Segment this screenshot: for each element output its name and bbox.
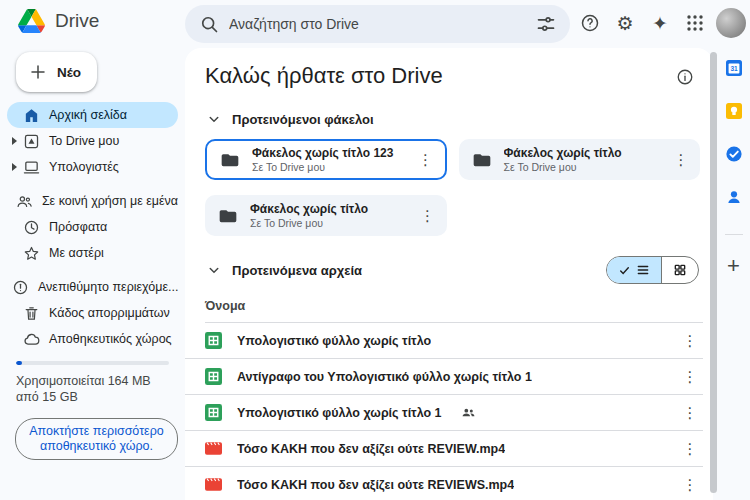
search-input[interactable]: [229, 16, 526, 32]
calendar-button[interactable]: 31: [726, 60, 742, 76]
expand-arrow-icon[interactable]: [12, 137, 23, 145]
contacts-icon: [726, 189, 742, 205]
sidebar-item-storage[interactable]: Αποθηκευτικός χώρος: [7, 326, 178, 352]
right-side-panel: 31 +: [717, 48, 750, 500]
tasks-button[interactable]: [726, 146, 742, 162]
gemini-sparkle-icon: ✦: [652, 14, 668, 33]
my-drive-icon: [23, 133, 40, 150]
sidebar-item-label: Πρόσφατα: [49, 220, 107, 234]
home-icon: [23, 107, 40, 124]
sidebar-item-label: Το Drive μου: [49, 134, 119, 148]
new-button[interactable]: Νέο: [16, 52, 97, 92]
list-view-button[interactable]: [607, 257, 662, 283]
nav-group-shared: Σε κοινή χρήση με εμένα Πρόσφατα Με αστέ…: [0, 188, 185, 266]
more-options-button[interactable]: ⋮: [677, 400, 703, 426]
file-row[interactable]: Υπολογιστικό φύλλο χωρίς τίτλο 1 ⋮: [185, 395, 703, 431]
settings-gear-icon: ⚙: [616, 14, 633, 33]
folder-card[interactable]: Φάκελος χωρίς τίτλο 123 Σε Το Drive μου …: [205, 139, 447, 180]
storage-total-text: από 15 GB: [16, 389, 169, 405]
more-options-button[interactable]: ⋮: [415, 203, 441, 229]
gemini-button[interactable]: ✦: [646, 9, 674, 37]
file-row[interactable]: Τόσο ΚΑΚΗ που δεν αξίζει ούτε REVIEW.mp4…: [185, 431, 703, 467]
sidebar-item-my-drive[interactable]: Το Drive μου: [7, 128, 178, 154]
collapse-folders-button[interactable]: [205, 110, 223, 128]
more-options-button[interactable]: ⋮: [677, 436, 703, 462]
vertical-scrollbar[interactable]: [710, 52, 717, 493]
suggested-folders-header: Προτεινόμενοι φάκελοι: [185, 110, 713, 128]
suggested-files-title: Προτεινόμενα αρχεία: [232, 263, 362, 278]
sidebar-item-shared-with-me[interactable]: Σε κοινή χρήση με εμένα: [7, 188, 178, 214]
search-icon: [199, 14, 219, 34]
get-addons-plus-icon: +: [727, 253, 740, 278]
more-options-button[interactable]: ⋮: [677, 364, 703, 390]
suggested-files-list: Υπολογιστικό φύλλο χωρίς τίτλο ⋮ Αντίγρα…: [185, 323, 713, 500]
storage-used-text: Χρησιμοποιείται 164 MB: [16, 373, 169, 389]
grid-view-icon: [673, 263, 687, 277]
sidebar-item-trash[interactable]: Κάδος απορριμμάτων: [7, 300, 178, 326]
chevron-down-icon: [205, 261, 223, 279]
search-bar[interactable]: [185, 5, 570, 43]
spreadsheet-file-icon: [205, 404, 222, 421]
file-row[interactable]: Αντίγραφο του Υπολογιστικό φύλλο χωρίς τ…: [185, 359, 703, 395]
file-name: Τόσο ΚΑΚΗ που δεν αξίζει ούτε REVIEWS.mp…: [237, 478, 514, 492]
sidebar-item-spam[interactable]: Ανεπιθύμητο περιεχόμε...: [7, 274, 178, 300]
more-options-button[interactable]: ⋮: [677, 328, 703, 354]
sidebar-nav: Αρχική σελίδα Το Drive μου Υπολογιστές: [0, 102, 185, 352]
shared-people-icon: [461, 405, 476, 420]
more-options-button[interactable]: ⋮: [413, 147, 439, 173]
apps-grid-button[interactable]: [681, 9, 709, 37]
more-options-button[interactable]: ⋮: [668, 147, 694, 173]
keep-button[interactable]: [726, 103, 742, 119]
account-avatar[interactable]: [716, 8, 746, 38]
sidebar-item-label: Σε κοινή χρήση με εμένα: [42, 194, 178, 208]
contacts-button[interactable]: [726, 189, 742, 205]
storage-progress-fill: [16, 361, 22, 365]
sidebar-item-label: Με αστέρι: [49, 246, 104, 260]
video-file-icon: [205, 476, 222, 493]
file-name: Τόσο ΚΑΚΗ που δεν αξίζει ούτε REVIEW.mp4: [237, 442, 505, 456]
cloud-storage-icon: [23, 331, 40, 348]
keep-icon: [726, 103, 742, 119]
suggested-files-header: Προτεινόμενα αρχεία: [185, 256, 713, 284]
grid-view-button[interactable]: [662, 257, 698, 283]
calendar-icon: 31: [726, 60, 742, 76]
help-icon: [580, 13, 600, 33]
storage-progress-bar: [16, 361, 169, 365]
folder-card[interactable]: Φάκελος χωρίς τίτλο Σε Το Drive μου ⋮: [459, 139, 701, 180]
sidebar-item-recent[interactable]: Πρόσφατα: [7, 214, 178, 240]
folder-location: Σε Το Drive μου: [504, 161, 657, 173]
sidebar-item-starred[interactable]: Με αστέρι: [7, 240, 178, 266]
sidebar-item-label: Αρχική σελίδα: [49, 108, 127, 122]
suggested-folders-title: Προτεινόμενοι φάκελοι: [232, 112, 374, 127]
get-addons-button[interactable]: +: [727, 255, 740, 277]
drive-logo[interactable]: Drive: [18, 9, 99, 33]
chevron-down-icon: [205, 110, 223, 128]
view-toggle: [606, 256, 699, 284]
get-more-storage-button[interactable]: Αποκτήστε περισσότερο αποθηκευτικό χώρο.: [15, 418, 178, 460]
spreadsheet-file-icon: [205, 368, 222, 385]
file-row[interactable]: Τόσο ΚΑΚΗ που δεν αξίζει ούτε REVIEWS.mp…: [185, 467, 703, 500]
settings-button[interactable]: ⚙: [611, 9, 639, 37]
expand-arrow-icon[interactable]: [12, 163, 23, 171]
check-icon: [618, 264, 631, 277]
sidebar-item-computers[interactable]: Υπολογιστές: [7, 154, 178, 180]
top-bar: Drive ⚙ ✦: [0, 0, 750, 48]
apps-grid-icon: [686, 14, 704, 32]
folder-card[interactable]: Φάκελος χωρίς τίτλο Σε Το Drive μου ⋮: [205, 195, 447, 236]
trash-icon: [23, 305, 40, 322]
nav-group-primary: Αρχική σελίδα Το Drive μου Υπολογιστές: [0, 102, 185, 180]
file-row[interactable]: Υπολογιστικό φύλλο χωρίς τίτλο ⋮: [185, 323, 703, 359]
search-filters-icon[interactable]: [536, 14, 556, 34]
computers-icon: [23, 159, 40, 176]
new-button-label: Νέο: [57, 65, 81, 80]
help-button[interactable]: [576, 9, 604, 37]
more-options-button[interactable]: ⋮: [677, 472, 703, 498]
sidebar-item-home[interactable]: Αρχική σελίδα: [7, 102, 178, 128]
folder-icon: [220, 150, 240, 170]
sidebar-item-label: Αποθηκευτικός χώρος: [49, 332, 172, 346]
column-header-name[interactable]: Όνομα: [205, 284, 703, 323]
sidebar-item-label: Κάδος απορριμμάτων: [49, 306, 170, 320]
info-button[interactable]: [671, 63, 699, 91]
shared-with-me-icon: [16, 193, 33, 210]
collapse-files-button[interactable]: [205, 261, 223, 279]
